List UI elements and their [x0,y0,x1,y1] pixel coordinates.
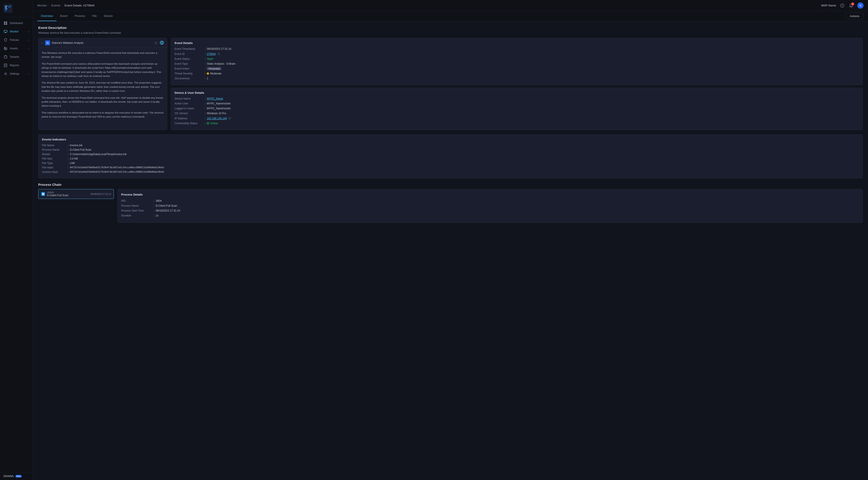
sidebar-item-tenants[interactable]: Tenants [0,53,33,61]
sidebar-item-monitor[interactable]: Monitor › [0,27,33,36]
process-pid: (3804) [47,191,89,194]
event-details-card: Event Details Event Timestamp | 09/18/20… [171,38,863,85]
process-start-value: 09/18/2023 17:31:14 [156,209,180,212]
tabs: Overview Event Process File Device [37,11,116,21]
tenant-area[interactable]: DIANNA Beta [4,475,29,478]
main-grid: ‹ DI Dianna's Malware Analysis ⓘ [38,38,863,130]
connectivity-label: Connectivity Status [175,122,204,125]
analysis-info-icon[interactable]: ⓘ [155,41,157,45]
indicator-filetype-label: File Type [42,162,66,165]
pid-value: 3804 [156,199,162,202]
breadcrumb-sep-1: › [49,4,50,7]
pid-row: PID | 3804 [121,199,859,202]
event-status-value: Open [207,57,213,60]
process-name-value: D-Client Full Scan [156,204,177,207]
help-icon-btn[interactable]: ? [840,3,845,8]
sidebar-assets-label: Assets [10,47,26,50]
sidebar-monitor-label: Monitor [10,30,26,33]
svg-rect-8 [4,22,5,23]
tab-file[interactable]: File [89,11,100,21]
svg-rect-1 [5,6,7,6]
sidebar-item-settings[interactable]: Settings › [0,69,33,78]
dashboard-icon [4,21,7,25]
severity-dot [207,72,209,75]
reports-icon [4,63,7,67]
beta-badge: Beta [16,475,22,478]
monitor-arrow-icon: › [28,30,29,33]
sidebar-item-dashboard[interactable]: Dashboard [0,19,33,27]
sidebar-item-policies[interactable]: Policies › [0,36,33,44]
process-chain-title: Process Chain [38,183,863,187]
indicator-filetype-row: File Type | LNK [42,162,859,165]
translate-icon[interactable] [160,41,164,45]
os-version-label: OS Version [175,112,204,115]
breadcrumb-sep-2: › [62,4,63,7]
indicator-filesize-row: File Size | 2.0 KB [42,157,859,160]
tab-event[interactable]: Event [57,11,71,21]
device-name-link[interactable]: MYPC_Name [207,97,223,100]
breadcrumb-events[interactable]: Events [51,4,60,7]
ip-address-row: IP Address | 192.168.135.149 ⓘ [175,117,859,120]
assets-icon [4,46,7,51]
analysis-back-button[interactable]: ‹ [41,41,42,45]
device-name-label: Device Name [175,97,204,100]
policies-icon [4,38,7,42]
device-details-card: Device & User Details Device Name | MYPC… [171,88,863,130]
event-timestamp-value: 09/18/2023 17:31:14 [207,47,231,51]
indicator-filename-value: Invoice.lnk [70,144,83,147]
ip-info-icon[interactable]: ⓘ [228,117,231,120]
occurrences-label: Occurrences [175,77,204,80]
tab-device[interactable]: Device [100,11,116,21]
tab-process[interactable]: Process [71,11,89,21]
event-id-label: Event ID [175,53,204,56]
indicator-filehash-label: File Hash [42,166,66,169]
user-avatar[interactable]: U [857,2,864,9]
logged-users-value: MYPC_Name\victim [207,107,230,110]
svg-rect-10 [4,23,5,25]
event-id-link[interactable]: 279944 [207,53,216,56]
active-user-label: Active User [175,102,204,105]
actions-button[interactable]: Actions [845,13,864,20]
svg-rect-15 [4,49,5,50]
analysis-title: Dianna's Malware Analysis [52,41,83,44]
indicator-filehash-row: File Hash | 04725fb5a9e878d68e03176364f3… [42,166,859,169]
connectivity-row: Connectivity Status | Online [175,122,859,125]
svg-rect-6 [8,6,11,6]
analysis-para-2: The PowerShell command uses various obfu… [41,62,164,78]
svg-rect-28 [42,193,43,194]
logo [4,4,29,13]
indicator-filename-label: File Name [42,144,66,147]
threat-severity-label: Threat Severity [175,72,204,75]
ip-address-link[interactable]: 192.168.135.149 [207,117,227,120]
header-right: MSP Name ? 4 U [821,2,864,9]
process-details-card: Process Details PID | 3804 Process Name … [117,189,863,223]
duration-value: 1s [156,214,158,217]
svg-rect-18 [4,56,7,58]
process-details-title: Process Details [121,193,859,196]
main-area: Monitor › Events › Event Details: #27994… [33,0,868,480]
process-name-row: Process Name | D-Client Full Scan [121,204,859,207]
event-action-label: Event Action [175,67,204,70]
sidebar-item-reports[interactable]: Reports [0,61,33,69]
logo-area [0,0,33,17]
sidebar-settings-label: Settings [10,72,26,75]
tab-overview[interactable]: Overview [37,11,57,21]
breadcrumb-current: Event Details: #279944 [64,4,94,7]
event-type-value: Static Analysis - D-Brain [207,62,236,65]
os-version-value: Windows 10 Pro [207,112,226,115]
analysis-para-5: This malicious workflow is obfuscated bu… [41,111,164,119]
policies-arrow-icon: › [28,39,29,41]
active-user-row: Active User | MYPC_Name\victim [175,102,859,105]
content-area: Event Description Windows shortcut file … [33,21,868,480]
svg-rect-2 [5,7,7,7]
windows-icon [41,192,45,196]
msp-name[interactable]: MSP Name [821,4,836,7]
process-item[interactable]: (3804) D-Client Full Scan 09/18/2023 17:… [38,189,114,199]
notifications-icon-btn[interactable]: 4 [848,3,854,8]
breadcrumb-monitor[interactable]: Monitor [37,4,47,7]
analysis-card: ‹ DI Dianna's Malware Analysis ⓘ [38,38,167,130]
notification-badge: 4 [851,2,854,5]
svg-rect-12 [4,30,7,32]
sidebar-item-assets[interactable]: Assets › [0,44,33,53]
breadcrumb: Monitor › Events › Event Details: #27994… [37,4,94,7]
